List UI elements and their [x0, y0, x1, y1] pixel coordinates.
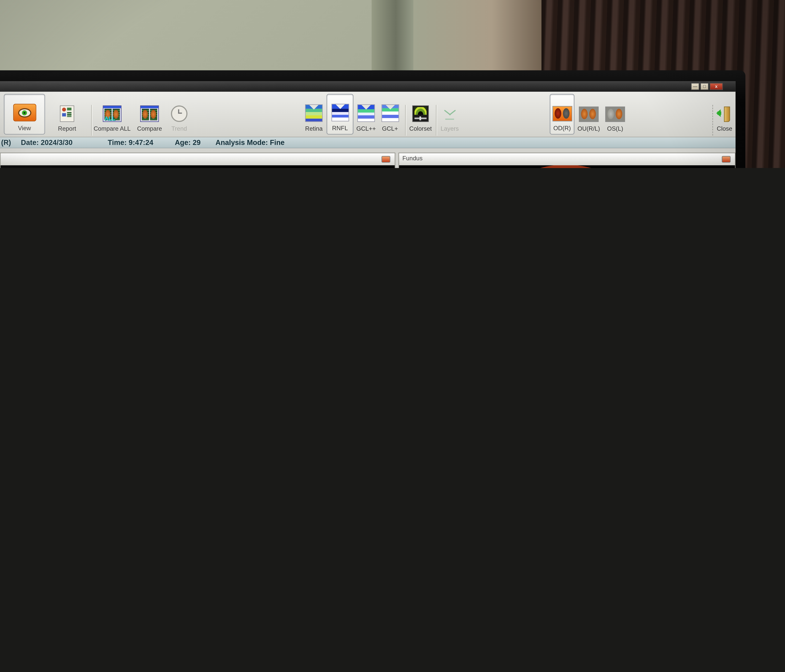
analysis-mode-label: Analysis Mode: Fine: [216, 138, 285, 147]
bscan-panel: [0, 153, 395, 168]
ou-eyes-icon: [579, 106, 599, 122]
oct-bscan-image: [1, 165, 395, 168]
od-eye-icon: [552, 106, 572, 122]
compare-all-button[interactable]: ALL Compare ALL: [93, 94, 131, 134]
retina-button[interactable]: Retina: [303, 94, 324, 134]
close-exam-button[interactable]: Close: [715, 94, 735, 134]
rnfl-layers-icon: [331, 104, 349, 122]
exam-date-label: Date: 2024/3/30: [21, 138, 72, 147]
report-button[interactable]: Report: [50, 94, 84, 134]
fundus-image-area[interactable]: Overlay Grid Disc Modify 124 179 102 147…: [399, 165, 735, 168]
gclp-layers-icon: [381, 104, 399, 122]
os-eye-icon: [605, 106, 625, 122]
patient-info-bar: (R) Date: 2024/3/30 Time: 9:47:24 Age: 2…: [0, 137, 735, 148]
toolbar-separator: [436, 105, 436, 136]
view-button[interactable]: View: [4, 94, 45, 134]
toolbar-separator: [91, 105, 92, 136]
compare-icon: [140, 105, 159, 122]
ou-eyes-button[interactable]: OU(R/L): [577, 94, 601, 134]
report-icon: [60, 105, 74, 122]
panel-collapse-button[interactable]: [722, 156, 730, 162]
screen: — □ x View Report: [0, 81, 735, 168]
exit-door-icon: [717, 106, 732, 122]
trend-button[interactable]: Trend: [168, 94, 190, 134]
minimize-button[interactable]: —: [691, 83, 699, 90]
panel-collapse-button[interactable]: [382, 156, 390, 162]
window-titlebar: — □ x: [0, 81, 735, 92]
fundus-photo: [399, 165, 735, 168]
bscan-image-area[interactable]: [1, 165, 395, 168]
rnfl-button[interactable]: RNFL: [327, 94, 353, 134]
main-toolbar: View Report: [0, 92, 735, 137]
gcl-plus-button[interactable]: GCL+: [379, 94, 401, 134]
age-label: Age: 29: [175, 138, 200, 147]
bscan-panel-header: [1, 153, 395, 166]
compare-all-icon: ALL: [103, 105, 122, 122]
layers-button[interactable]: Layers: [439, 94, 461, 134]
colorset-button[interactable]: Colorset: [410, 94, 432, 134]
eye-side-label: (R): [1, 138, 11, 147]
retina-layers-icon: [305, 104, 323, 122]
maximize-button[interactable]: □: [701, 83, 709, 90]
photo-scene: — □ x View Report: [0, 0, 785, 168]
monitor: — □ x View Report: [0, 70, 746, 168]
toolbar-separator: [405, 105, 406, 136]
od-eye-button[interactable]: OD(R): [550, 94, 574, 134]
os-eye-button[interactable]: OS(L): [604, 94, 627, 134]
close-window-button[interactable]: x: [710, 83, 723, 90]
curtain-right: [741, 0, 785, 168]
toolbar-separator-dashed: [713, 105, 713, 136]
trend-clock-icon: [171, 105, 188, 122]
fundus-panel-title: Fundus: [402, 155, 423, 161]
gclpp-layers-icon: [357, 104, 375, 122]
colorset-icon: [412, 105, 429, 122]
layers-icon: [442, 109, 457, 122]
eye-view-icon: [13, 104, 36, 122]
gcl-plus-plus-button[interactable]: GCL++: [356, 94, 377, 134]
exam-time-label: Time: 9:47:24: [108, 138, 153, 147]
fundus-panel-header: Fundus: [399, 153, 735, 166]
fundus-panel: Fundus: [399, 153, 735, 168]
compare-button[interactable]: Compare: [134, 94, 165, 134]
